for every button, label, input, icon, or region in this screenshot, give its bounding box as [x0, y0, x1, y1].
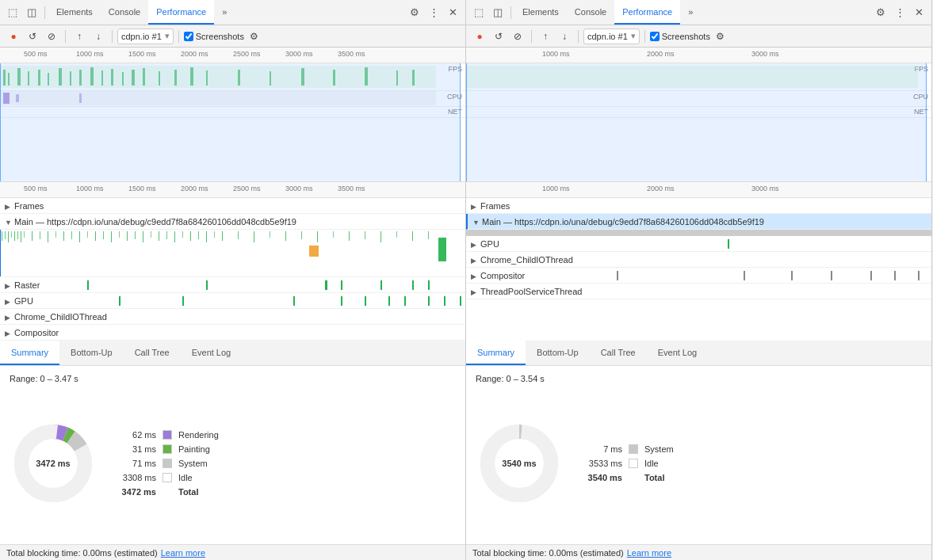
svg-rect-67: [285, 231, 286, 241]
left-target-select[interactable]: cdpn.io #1 ▾: [117, 29, 174, 44]
right-more-icon[interactable]: ⋮: [890, 3, 909, 22]
left-flamechart-ruler: 500 ms 1000 ms 1500 ms 2000 ms 2500 ms 3…: [0, 182, 465, 198]
left-tab-eventlog[interactable]: Event Log: [181, 341, 243, 365]
svg-rect-35: [14, 231, 15, 241]
right-childio-track[interactable]: ▶ Chrome_ChildIOThread: [466, 252, 931, 268]
right-download-btn[interactable]: ↓: [556, 28, 573, 45]
left-tab-elements[interactable]: Elements: [48, 0, 101, 25]
right-gear-icon[interactable]: ⚙: [871, 3, 890, 22]
left-close-icon[interactable]: ✕: [443, 3, 462, 22]
right-screenshots-gear[interactable]: ⚙: [712, 28, 729, 45]
svg-rect-111: [918, 271, 920, 280]
left-frames-label: Frames: [14, 201, 44, 211]
right-screenshots-toggle[interactable]: Screenshots: [650, 32, 710, 41]
left-main-track[interactable]: ▼ Main — https://cdpn.io/una/debug/c9edd…: [0, 214, 465, 230]
left-cursor-icon[interactable]: ⬚: [3, 3, 22, 22]
svg-rect-63: [222, 231, 223, 241]
left-compositor-track[interactable]: ▶ Compositor: [0, 325, 465, 341]
left-record-btn[interactable]: ●: [5, 28, 22, 45]
left-tab-summary[interactable]: Summary: [0, 341, 59, 365]
left-system-swatch: [163, 459, 172, 468]
left-total-label: Total: [178, 487, 198, 497]
right-threadpool-track[interactable]: ▶ ThreadPoolServiceThread: [466, 284, 931, 299]
left-tab-more[interactable]: »: [214, 0, 235, 25]
right-timeline-ruler: 1000 ms 2000 ms 3000 ms: [466, 48, 931, 63]
right-compositor-triangle: ▶: [471, 272, 477, 279]
right-main-label: Main — https://cdpn.io/una/debug/c9edd7f…: [482, 217, 764, 227]
svg-rect-54: [151, 231, 151, 238]
right-frames-track[interactable]: ▶ Frames: [466, 198, 931, 214]
left-tab-calltree[interactable]: Call Tree: [124, 341, 181, 365]
left-screenshots-gear[interactable]: ⚙: [246, 28, 263, 45]
right-cursor-icon[interactable]: ⬚: [469, 3, 488, 22]
left-download-btn[interactable]: ↓: [90, 28, 107, 45]
svg-rect-82: [325, 280, 327, 290]
left-tab-performance[interactable]: Performance: [148, 0, 214, 25]
left-donut-chart: 3472 ms: [10, 420, 97, 507]
svg-rect-85: [412, 280, 414, 290]
svg-rect-50: [119, 231, 120, 238]
left-summary-legend: 62 ms Rendering 31 ms Painting 71 ms Sys…: [113, 430, 219, 497]
left-summary-content: 3472 ms 62 ms Rendering 31 ms Painting 7…: [10, 390, 456, 536]
right-upload-btn[interactable]: ↑: [537, 28, 554, 45]
right-idle-label: Idle: [644, 459, 659, 468]
right-close-icon[interactable]: ✕: [909, 3, 928, 22]
right-learn-more-link[interactable]: Learn more: [627, 548, 671, 558]
right-fps-area: FPS: [466, 63, 931, 91]
left-cpu-svg: [0, 91, 465, 106]
right-tab-more[interactable]: »: [680, 0, 701, 25]
svg-rect-78: [438, 238, 446, 261]
left-gpu-track[interactable]: ▶ GPU: [0, 293, 465, 309]
svg-rect-92: [388, 296, 390, 306]
left-clear-btn[interactable]: ⊘: [43, 28, 60, 45]
left-tab-console[interactable]: Console: [101, 0, 148, 25]
right-reload-btn[interactable]: ↺: [490, 28, 507, 45]
right-legend-system: 7 ms System: [579, 444, 674, 454]
right-tab-console[interactable]: Console: [567, 0, 614, 25]
left-upload-btn[interactable]: ↑: [71, 28, 88, 45]
right-total-label: Total: [644, 473, 664, 482]
left-learn-more-link[interactable]: Learn more: [161, 548, 205, 558]
right-tab-performance[interactable]: Performance: [614, 0, 680, 25]
left-legend-idle: 3308 ms Idle: [113, 473, 219, 482]
left-gear-icon[interactable]: ⚙: [405, 3, 424, 22]
right-timeline-area: 1000 ms 2000 ms 3000 ms FPS CPU NET: [466, 48, 931, 182]
left-childio-triangle: ▶: [5, 314, 11, 320]
left-timeline-area: 500 ms 1000 ms 1500 ms 2000 ms 2500 ms 3…: [0, 48, 465, 182]
right-tab-calltree[interactable]: Call Tree: [590, 341, 647, 365]
left-bottom-tabs: Summary Bottom-Up Call Tree Event Log: [0, 341, 465, 366]
right-record-btn[interactable]: ●: [471, 28, 488, 45]
left-cpu-area: CPU: [0, 91, 465, 107]
right-system-value: 7 ms: [579, 444, 622, 454]
svg-rect-28: [3, 93, 10, 104]
svg-rect-51: [127, 231, 128, 241]
right-gpu-track[interactable]: ▶ GPU: [466, 236, 931, 252]
right-inspect-icon[interactable]: ◫: [488, 3, 507, 22]
left-frames-track[interactable]: ▶ Frames: [0, 198, 465, 214]
right-tab-elements[interactable]: Elements: [514, 0, 567, 25]
left-screenshots-toggle[interactable]: Screenshots: [184, 32, 244, 41]
left-tab-bottomup[interactable]: Bottom-Up: [59, 341, 124, 365]
right-tab-bottomup[interactable]: Bottom-Up: [526, 341, 590, 365]
right-tab-eventlog[interactable]: Event Log: [647, 341, 709, 365]
right-clear-btn[interactable]: ⊘: [509, 28, 526, 45]
svg-rect-94: [428, 296, 430, 306]
svg-rect-66: [270, 231, 270, 238]
right-main-track[interactable]: ▼ Main — https://cdpn.io/una/debug/c9edd…: [466, 214, 931, 230]
left-tick-1: 1000 ms: [76, 50, 104, 58]
right-panel: ⬚ ◫ Elements Console Performance » ⚙ ⋮ ✕…: [466, 0, 932, 560]
right-target-select[interactable]: cdpn.io #1 ▾: [583, 29, 640, 44]
left-childio-track[interactable]: ▶ Chrome_ChildIOThread: [0, 309, 465, 325]
right-status-bar: Total blocking time: 0.00ms (estimated) …: [466, 544, 931, 560]
right-status-text: Total blocking time: 0.00ms (estimated): [472, 548, 624, 558]
left-raster-track[interactable]: ▶ Raster: [0, 277, 465, 293]
left-more-icon[interactable]: ⋮: [424, 3, 443, 22]
svg-rect-87: [119, 296, 120, 306]
right-tab-summary[interactable]: Summary: [466, 341, 526, 365]
svg-rect-57: [174, 231, 175, 242]
left-inspect-icon[interactable]: ◫: [22, 3, 41, 22]
left-reload-btn[interactable]: ↺: [24, 28, 41, 45]
right-fps-svg: [466, 63, 931, 90]
left-legend-system: 71 ms System: [113, 459, 219, 468]
right-compositor-track[interactable]: ▶ Compositor: [466, 268, 931, 284]
